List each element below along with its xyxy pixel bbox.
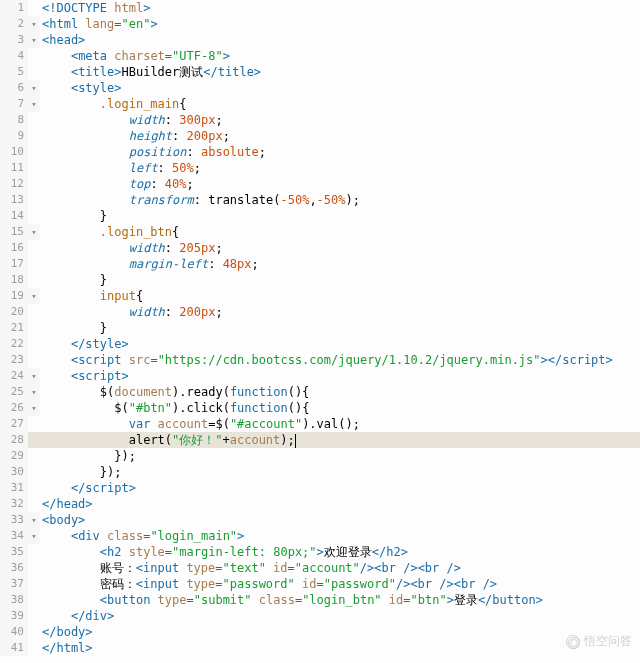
gutter-line-number[interactable]: 15 <box>0 224 28 240</box>
code-content[interactable]: height: 200px; <box>40 128 230 144</box>
gutter-line-number[interactable]: 1 <box>0 0 28 16</box>
code-line[interactable]: 8 width: 300px; <box>0 112 640 128</box>
code-content[interactable]: margin-left: 48px; <box>40 256 259 272</box>
gutter-line-number[interactable]: 11 <box>0 160 28 176</box>
code-line[interactable]: 28 alert("你好！"+account); <box>0 432 640 448</box>
gutter-line-number[interactable]: 34 <box>0 528 28 544</box>
code-content[interactable]: top: 40%; <box>40 176 194 192</box>
code-line[interactable]: 10 position: absolute; <box>0 144 640 160</box>
gutter-line-number[interactable]: 31 <box>0 480 28 496</box>
code-content[interactable]: } <box>40 320 107 336</box>
gutter-line-number[interactable]: 21 <box>0 320 28 336</box>
gutter-line-number[interactable]: 33 <box>0 512 28 528</box>
fold-toggle-icon[interactable] <box>28 16 40 32</box>
gutter-line-number[interactable]: 8 <box>0 112 28 128</box>
code-line[interactable]: 1<!DOCTYPE html> <box>0 0 640 16</box>
code-line[interactable]: 31 </script> <box>0 480 640 496</box>
code-line[interactable]: 20 width: 200px; <box>0 304 640 320</box>
code-content[interactable]: left: 50%; <box>40 160 201 176</box>
code-content[interactable]: $(document).ready(function(){ <box>40 384 309 400</box>
gutter-line-number[interactable]: 19 <box>0 288 28 304</box>
code-content[interactable]: } <box>40 208 107 224</box>
code-line[interactable]: 4 <meta charset="UTF-8"> <box>0 48 640 64</box>
fold-toggle-icon[interactable] <box>28 32 40 48</box>
fold-toggle-icon[interactable] <box>28 80 40 96</box>
code-content[interactable]: <script src="https://cdn.bootcss.com/jqu… <box>40 352 613 368</box>
code-line[interactable]: 17 margin-left: 48px; <box>0 256 640 272</box>
code-line[interactable]: 39 </div> <box>0 608 640 624</box>
code-content[interactable]: }); <box>40 448 136 464</box>
code-line[interactable]: 2<html lang="en"> <box>0 16 640 32</box>
gutter-line-number[interactable]: 9 <box>0 128 28 144</box>
code-line[interactable]: 19 input{ <box>0 288 640 304</box>
gutter-line-number[interactable]: 23 <box>0 352 28 368</box>
gutter-line-number[interactable]: 20 <box>0 304 28 320</box>
code-content[interactable]: <!DOCTYPE html> <box>40 0 150 16</box>
code-line[interactable]: 41</html> <box>0 640 640 656</box>
gutter-line-number[interactable]: 6 <box>0 80 28 96</box>
code-content[interactable]: <div class="login_main"> <box>40 528 244 544</box>
fold-toggle-icon[interactable] <box>28 528 40 544</box>
gutter-line-number[interactable]: 30 <box>0 464 28 480</box>
code-line[interactable]: 25 $(document).ready(function(){ <box>0 384 640 400</box>
code-content[interactable]: $("#btn").click(function(){ <box>40 400 309 416</box>
code-content[interactable]: </body> <box>40 624 93 640</box>
code-content[interactable]: <meta charset="UTF-8"> <box>40 48 230 64</box>
gutter-line-number[interactable]: 41 <box>0 640 28 656</box>
fold-toggle-icon[interactable] <box>28 512 40 528</box>
code-content[interactable]: var account=$("#account").val(); <box>40 416 360 432</box>
gutter-line-number[interactable]: 35 <box>0 544 28 560</box>
code-line[interactable]: 22 </style> <box>0 336 640 352</box>
code-line[interactable]: 32</head> <box>0 496 640 512</box>
fold-toggle-icon[interactable] <box>28 224 40 240</box>
code-line[interactable]: 12 top: 40%; <box>0 176 640 192</box>
code-content[interactable]: .login_btn{ <box>40 224 179 240</box>
code-content[interactable]: transform: translate(-50%,-50%); <box>40 192 360 208</box>
code-line[interactable]: 18 } <box>0 272 640 288</box>
code-content[interactable]: position: absolute; <box>40 144 266 160</box>
code-line[interactable]: 29 }); <box>0 448 640 464</box>
code-content[interactable]: 账号：<input type="text" id="account"/><br … <box>40 560 461 576</box>
gutter-line-number[interactable]: 2 <box>0 16 28 32</box>
code-line[interactable]: 33<body> <box>0 512 640 528</box>
fold-toggle-icon[interactable] <box>28 368 40 384</box>
code-content[interactable]: <html lang="en"> <box>40 16 158 32</box>
gutter-line-number[interactable]: 12 <box>0 176 28 192</box>
code-content[interactable]: <script> <box>40 368 129 384</box>
fold-toggle-icon[interactable] <box>28 384 40 400</box>
gutter-line-number[interactable]: 18 <box>0 272 28 288</box>
gutter-line-number[interactable]: 28 <box>0 432 28 448</box>
code-line[interactable]: 11 left: 50%; <box>0 160 640 176</box>
code-line[interactable]: 36 账号：<input type="text" id="account"/><… <box>0 560 640 576</box>
code-line[interactable]: 34 <div class="login_main"> <box>0 528 640 544</box>
code-line[interactable]: 3<head> <box>0 32 640 48</box>
code-content[interactable]: width: 205px; <box>40 240 223 256</box>
gutter-line-number[interactable]: 22 <box>0 336 28 352</box>
code-content[interactable]: } <box>40 272 107 288</box>
code-content[interactable]: }); <box>40 464 121 480</box>
code-content[interactable]: width: 200px; <box>40 304 223 320</box>
gutter-line-number[interactable]: 27 <box>0 416 28 432</box>
code-content[interactable]: width: 300px; <box>40 112 223 128</box>
gutter-line-number[interactable]: 38 <box>0 592 28 608</box>
code-line[interactable]: 27 var account=$("#account").val(); <box>0 416 640 432</box>
gutter-line-number[interactable]: 5 <box>0 64 28 80</box>
gutter-line-number[interactable]: 36 <box>0 560 28 576</box>
code-content[interactable]: <body> <box>40 512 85 528</box>
gutter-line-number[interactable]: 26 <box>0 400 28 416</box>
gutter-line-number[interactable]: 10 <box>0 144 28 160</box>
code-content[interactable]: </script> <box>40 480 136 496</box>
code-line[interactable]: 37 密码：<input type="password" id="passwor… <box>0 576 640 592</box>
code-content[interactable]: </head> <box>40 496 93 512</box>
code-line[interactable]: 9 height: 200px; <box>0 128 640 144</box>
gutter-line-number[interactable]: 32 <box>0 496 28 512</box>
gutter-line-number[interactable]: 14 <box>0 208 28 224</box>
code-content[interactable]: alert("你好！"+account); <box>40 432 296 448</box>
code-content[interactable]: <title>HBuilder测试</title> <box>40 64 261 80</box>
code-content[interactable]: </html> <box>40 640 93 656</box>
gutter-line-number[interactable]: 24 <box>0 368 28 384</box>
code-line[interactable]: 6 <style> <box>0 80 640 96</box>
code-line[interactable]: 24 <script> <box>0 368 640 384</box>
code-content[interactable]: <head> <box>40 32 85 48</box>
gutter-line-number[interactable]: 29 <box>0 448 28 464</box>
